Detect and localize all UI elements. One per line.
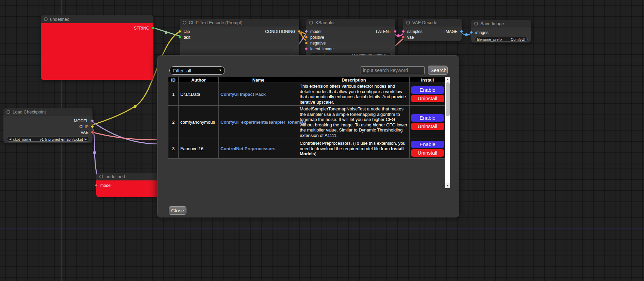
cell-id: 3 — [168, 139, 179, 159]
widget-label: ckpt_name — [13, 137, 31, 141]
input-slot-images[interactable]: images — [475, 30, 489, 35]
ckpt-name-widget[interactable]: ◀ ckpt_name v1-5-pruned-emaonly.ckpt ▶ — [7, 137, 89, 142]
collapse-dot-icon[interactable] — [309, 21, 313, 24]
latent-image-slot-dot[interactable] — [305, 47, 308, 50]
node-body: STRING — [41, 23, 153, 80]
description-text: ) — [315, 151, 316, 156]
filename-prefix-widget[interactable]: filename_prefix ComfyUI — [475, 37, 528, 42]
output-slot-model[interactable]: MODEL — [74, 119, 88, 123]
image-slot-dot[interactable] — [460, 30, 463, 33]
cell-author: comfyanonymous — [179, 106, 219, 139]
node-vae-decode[interactable]: VAE Decode samples IMAGE vae — [403, 19, 462, 41]
node-undefined-bottom[interactable]: undefined model — [96, 173, 160, 197]
extension-row: 1 Dr.Lt.Data ComfyUI Impact Pack This ex… — [168, 83, 446, 106]
node-title-bar[interactable]: undefined — [41, 15, 153, 23]
enable-button[interactable]: Enable — [411, 86, 444, 94]
table-header-row: ID Author Name Description Install — [168, 77, 446, 83]
string-slot-dot[interactable] — [152, 27, 155, 30]
node-title-bar[interactable]: KSampler — [306, 19, 395, 27]
conditioning-slot-dot[interactable] — [298, 30, 301, 33]
clip-slot-dot[interactable] — [178, 30, 181, 33]
collapse-dot-icon[interactable] — [406, 21, 410, 24]
collapse-dot-icon[interactable] — [183, 21, 186, 24]
node-title-bar[interactable]: undefined — [96, 173, 160, 180]
slot-label: model — [310, 29, 321, 34]
input-slot-clip[interactable]: clip — [184, 29, 190, 34]
enable-button[interactable]: Enable — [411, 141, 444, 148]
slot-label: CONDITIONING — [265, 29, 295, 34]
previous-arrow-icon[interactable]: ◀ — [9, 138, 11, 141]
extension-link[interactable]: ControlNet Preprocessors — [220, 146, 276, 151]
output-slot-clip[interactable]: CLIP — [79, 124, 88, 129]
input-slot-vae[interactable]: vae — [407, 35, 414, 40]
model-slot-dot[interactable] — [305, 30, 308, 33]
input-slot-negative[interactable]: negative — [310, 41, 326, 46]
scroll-up-icon[interactable]: ▲ — [445, 77, 450, 82]
extension-link[interactable]: ComfyUI_experiments/sampler_tonemap — [220, 120, 306, 125]
input-slot-model[interactable]: model — [310, 29, 321, 34]
extension-link[interactable]: ComfyUI Impact Pack — [220, 92, 266, 97]
latent-slot-dot[interactable] — [394, 30, 397, 33]
vae-out-slot-dot[interactable] — [91, 131, 94, 134]
cell-name: ComfyUI_experiments/sampler_tonemap — [219, 106, 298, 139]
output-slot-vae[interactable]: VAE — [81, 130, 88, 135]
enable-button[interactable]: Enable — [411, 114, 444, 122]
input-slot-text[interactable]: text — [184, 35, 190, 40]
images-slot-dot[interactable] — [470, 31, 473, 34]
widget-label: filename_prefix — [477, 37, 502, 41]
collapse-dot-icon[interactable] — [474, 22, 478, 25]
slot-label: LATENT — [376, 29, 391, 34]
slot-label: CLIP — [79, 124, 88, 129]
input-slot-latent-image[interactable]: latent_image — [310, 47, 334, 51]
table-scrollbar[interactable]: ▲ ▼ — [445, 77, 450, 188]
extension-row: 2 comfyanonymous ComfyUI_experiments/sam… — [168, 106, 446, 139]
uninstall-button[interactable]: Uninstall — [411, 123, 444, 130]
scrollbar-thumb[interactable] — [446, 82, 450, 116]
slot-label: STRING — [134, 26, 149, 31]
clip-out-slot-dot[interactable] — [91, 125, 94, 128]
model-out-slot-dot[interactable] — [91, 119, 94, 122]
node-body: MODEL CLIP VAE ◀ ckpt_name — [3, 116, 93, 142]
slot-label: IMAGE — [444, 29, 458, 34]
node-undefined-top[interactable]: undefined STRING — [41, 15, 153, 80]
input-slot-samples[interactable]: samples — [407, 29, 423, 34]
node-title: KSampler — [315, 20, 335, 25]
next-arrow-icon[interactable]: ▶ — [85, 138, 87, 141]
search-button[interactable]: Search — [428, 66, 448, 75]
vae-slot-dot[interactable] — [402, 36, 405, 39]
output-slot-string[interactable]: STRING — [134, 26, 149, 31]
collapse-dot-icon[interactable] — [44, 17, 48, 21]
input-slot-positive[interactable]: positive — [310, 35, 324, 40]
node-title: Load Checkpoint — [13, 109, 46, 115]
node-title-bar[interactable]: Load Checkpoint — [3, 108, 93, 116]
close-button[interactable]: Close — [169, 206, 186, 215]
samples-slot-dot[interactable] — [402, 30, 405, 33]
wire-dot-image — [465, 33, 468, 36]
node-body: clip CONDITIONING text — [180, 27, 299, 40]
extensions-table-area: ID Author Name Description Install 1 Dr.… — [168, 77, 450, 188]
collapse-dot-icon[interactable] — [6, 110, 10, 114]
node-title-bar[interactable]: VAE Decode — [403, 19, 462, 27]
uninstall-button[interactable]: Uninstall — [411, 149, 444, 157]
cell-id: 2 — [168, 106, 179, 139]
model-slot-dot[interactable] — [95, 184, 98, 187]
output-slot-conditioning[interactable]: CONDITIONING — [265, 29, 295, 34]
text-slot-dot[interactable] — [178, 36, 181, 39]
cell-description: ModelSamplerTonemapNoiseTest a node that… — [298, 106, 410, 139]
output-slot-image[interactable]: IMAGE — [444, 29, 458, 34]
filter-select[interactable]: Filter: all — [169, 66, 225, 75]
slot-label: vae — [407, 35, 414, 40]
node-save-image[interactable]: Save Image images filename_prefix ComfyU… — [471, 20, 531, 42]
grid-axis-horizontal — [0, 228, 644, 229]
scroll-down-icon[interactable]: ▼ — [445, 183, 450, 188]
output-slot-latent[interactable]: LATENT — [376, 29, 391, 34]
collapse-dot-icon[interactable] — [99, 175, 103, 178]
node-title-bar[interactable]: Save Image — [471, 20, 531, 28]
node-title-bar[interactable]: CLIP Text Encode (Prompt) — [180, 19, 299, 27]
input-slot-model[interactable]: model — [100, 183, 112, 188]
positive-slot-dot[interactable] — [305, 36, 308, 39]
negative-slot-dot[interactable] — [305, 41, 308, 45]
uninstall-button[interactable]: Uninstall — [411, 95, 444, 102]
search-input[interactable] — [361, 66, 425, 74]
node-load-checkpoint[interactable]: Load Checkpoint MODEL CLIP VAE — [3, 108, 93, 143]
